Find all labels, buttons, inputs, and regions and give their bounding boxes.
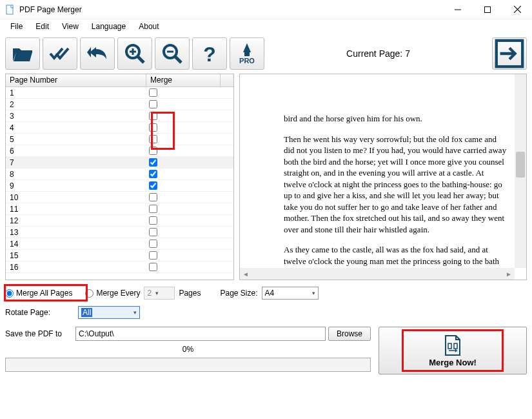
table-row[interactable]: 15: [6, 250, 233, 261]
merge-cell: [146, 158, 221, 167]
merge-checkbox[interactable]: [149, 240, 157, 248]
merge-checkbox[interactable]: [149, 135, 157, 143]
merge-cell: [146, 170, 221, 178]
check-all-button[interactable]: [43, 37, 77, 70]
zoom-in-button[interactable]: [117, 37, 152, 70]
zoom-out-button[interactable]: [155, 37, 190, 70]
preview-pane: bird and the horse given him for his own…: [239, 74, 527, 280]
merge-checkbox[interactable]: [149, 147, 157, 155]
export-button[interactable]: [492, 37, 527, 70]
merge-checkbox[interactable]: [149, 88, 157, 97]
page-number-cell: 10: [6, 193, 146, 202]
page-number-cell: 4: [6, 123, 146, 132]
table-row[interactable]: 6: [6, 145, 233, 157]
merge-every-radio-input[interactable]: [85, 289, 94, 298]
menu-language[interactable]: Language: [85, 21, 132, 32]
double-check-icon: [48, 42, 72, 65]
preview-hscrollbar[interactable]: ◄►: [240, 268, 515, 280]
menu-about[interactable]: About: [132, 21, 165, 32]
merge-all-radio-input[interactable]: [5, 289, 14, 298]
save-path-label: Save the PDF to: [5, 329, 73, 338]
menu-view[interactable]: View: [55, 21, 85, 32]
svg-rect-13: [244, 51, 250, 56]
merge-checkbox[interactable]: [149, 170, 157, 178]
export-icon: [493, 37, 526, 70]
svg-line-10: [175, 57, 181, 63]
table-row[interactable]: 10: [6, 192, 233, 203]
col-page-number[interactable]: Page Number: [6, 74, 146, 87]
merge-doc-icon: [443, 334, 462, 356]
page-number-cell: 14: [6, 240, 146, 249]
page-size-select[interactable]: A4▾: [262, 287, 319, 300]
undo-button[interactable]: [80, 37, 115, 70]
merge-cell: [146, 193, 221, 201]
col-merge[interactable]: Merge: [146, 74, 221, 87]
table-row[interactable]: 3: [6, 110, 233, 122]
merge-every-radio[interactable]: Merge Every: [85, 289, 140, 298]
table-row[interactable]: 2: [6, 99, 233, 110]
preview-vscrollbar[interactable]: [515, 74, 526, 268]
merge-cell: [146, 181, 221, 190]
table-row[interactable]: 4: [6, 122, 233, 134]
table-row[interactable]: 11: [6, 203, 233, 215]
merge-every-label: Merge Every: [96, 289, 140, 298]
table-row[interactable]: 9: [6, 180, 233, 192]
merge-cell: [146, 216, 221, 225]
table-row[interactable]: 12: [6, 215, 233, 227]
table-row[interactable]: 8: [6, 169, 233, 180]
table-row[interactable]: 1: [6, 87, 233, 99]
merge-cell: [146, 135, 221, 143]
merge-checkbox[interactable]: [149, 112, 157, 120]
rotate-page-label: Rotate Page:: [5, 308, 73, 317]
merge-cell: [146, 251, 221, 260]
merge-now-button[interactable]: Merge Now!: [379, 327, 527, 374]
table-row[interactable]: 16: [6, 261, 233, 273]
merge-checkbox[interactable]: [149, 193, 157, 201]
menu-file[interactable]: File: [4, 21, 29, 32]
page-number-cell: 2: [6, 100, 146, 109]
merge-checkbox[interactable]: [149, 181, 157, 190]
merge-cell: [146, 240, 221, 248]
page-number-cell: 3: [6, 112, 146, 121]
merge-checkbox[interactable]: [149, 123, 157, 132]
current-page-label: Current Page: 7: [333, 48, 423, 59]
merge-cell: [146, 123, 221, 132]
svg-line-6: [138, 57, 144, 63]
merge-checkbox[interactable]: [149, 251, 157, 260]
page-number-cell: 9: [6, 181, 146, 190]
merge-checkbox[interactable]: [149, 158, 157, 167]
close-button[interactable]: [502, 0, 532, 19]
merge-checkbox[interactable]: [149, 100, 157, 108]
preview-content: bird and the horse given him for his own…: [240, 74, 515, 268]
table-row[interactable]: 7: [6, 157, 233, 169]
help-button[interactable]: ?: [192, 37, 227, 70]
table-row[interactable]: 14: [6, 238, 233, 250]
merge-cell: [146, 88, 221, 97]
pro-button[interactable]: PRO: [230, 37, 264, 70]
page-size-label: Page Size:: [220, 289, 257, 298]
table-row[interactable]: 13: [6, 227, 233, 238]
save-path-input[interactable]: [75, 327, 326, 341]
menu-edit[interactable]: Edit: [29, 21, 55, 32]
page-number-cell: 12: [6, 216, 146, 225]
table-row[interactable]: 5: [6, 134, 233, 145]
svg-rect-0: [6, 5, 13, 14]
merge-checkbox[interactable]: [149, 216, 157, 225]
rotate-page-select[interactable]: All▾: [78, 306, 140, 319]
merge-all-label: Merge All Pages: [16, 289, 72, 298]
maximize-button[interactable]: [473, 0, 502, 19]
merge-checkbox[interactable]: [149, 228, 157, 236]
merge-every-count[interactable]: 2▾: [144, 287, 175, 300]
merge-cell: [146, 263, 221, 271]
merge-all-radio[interactable]: Merge All Pages: [5, 289, 72, 298]
page-number-cell: 6: [6, 147, 146, 156]
page-number-cell: 16: [6, 263, 146, 272]
browse-button[interactable]: Browse: [328, 327, 371, 341]
open-button[interactable]: [5, 37, 40, 70]
merge-checkbox[interactable]: [149, 263, 157, 271]
merge-checkbox[interactable]: [149, 205, 157, 213]
page-list-body[interactable]: 12345678910111213141516: [6, 87, 233, 280]
svg-rect-17: [454, 343, 457, 349]
page-number-cell: 1: [6, 88, 146, 97]
minimize-button[interactable]: [443, 0, 473, 19]
